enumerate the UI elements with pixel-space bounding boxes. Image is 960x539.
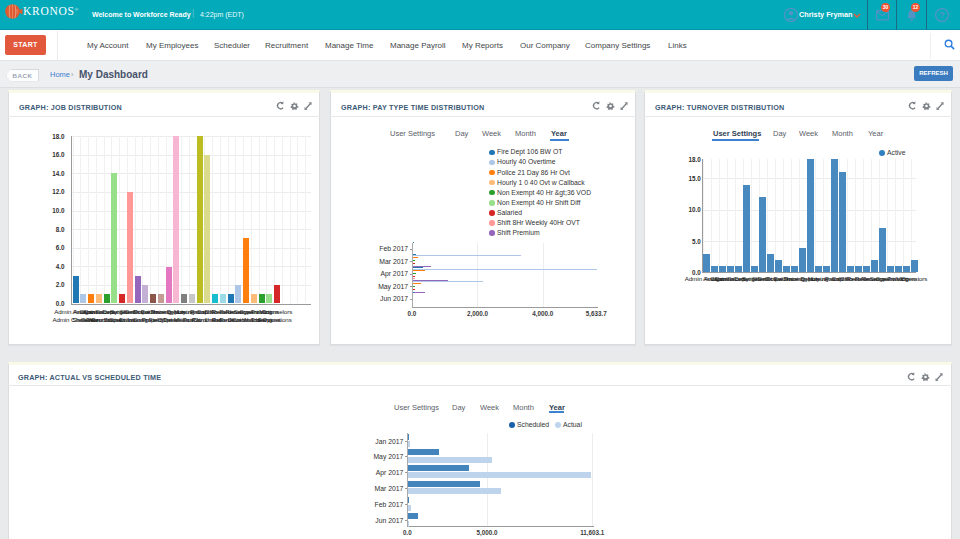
svg-text:?: ? [939,10,944,20]
